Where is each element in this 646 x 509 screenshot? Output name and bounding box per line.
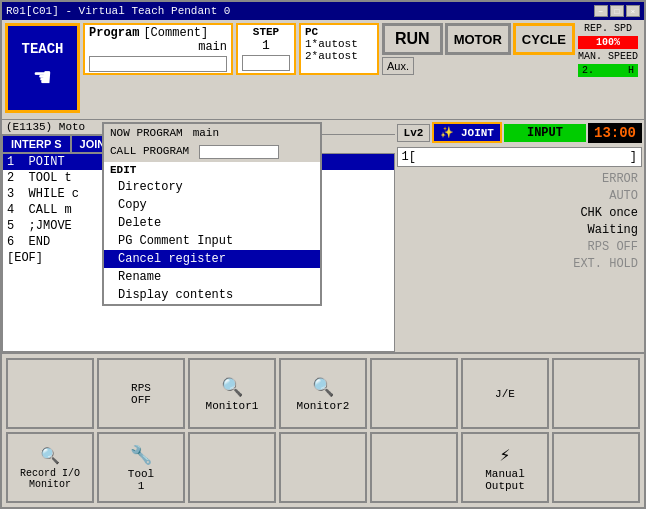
- program-label: Program: [89, 26, 139, 40]
- motor-button[interactable]: MOTOR: [445, 23, 511, 55]
- monitor2-label: Monitor2: [297, 400, 350, 412]
- minimize-button[interactable]: −: [594, 5, 608, 17]
- man-speed-value: 2.: [582, 65, 594, 76]
- rmс-top-row: RUN MOTOR CYCLE: [382, 23, 575, 55]
- off-label: OFF: [131, 394, 151, 406]
- status-labels: ERROR AUTO CHK once Waiting RPS OFF: [395, 169, 644, 274]
- maximize-button[interactable]: □: [610, 5, 624, 17]
- hand-icon: ☚: [34, 61, 51, 95]
- rep-spd-label: REP. SPD: [578, 23, 638, 34]
- comment-label: [Comment]: [143, 26, 208, 40]
- input-field-value: 1[: [402, 150, 416, 164]
- monitor1-icon: 🔍: [221, 376, 243, 398]
- auto-label: AUTO: [607, 188, 640, 204]
- ctx-directory[interactable]: Directory: [104, 178, 320, 196]
- title-text: R01[C01] - Virtual Teach Pendant 0: [6, 5, 230, 17]
- ext-hold-row: EXT. HOLD: [399, 256, 640, 272]
- waiting-label: Waiting: [586, 222, 640, 238]
- empty-btn-6: [370, 432, 458, 503]
- ctx-pg-comment[interactable]: PG Comment Input: [104, 232, 320, 250]
- interp-button[interactable]: INTERP S: [2, 135, 71, 153]
- status-text: (E1135) Moto: [6, 121, 85, 133]
- speed-panel: REP. SPD 100% MAN. SPEED 2. H: [578, 23, 638, 116]
- run-button[interactable]: RUN: [382, 23, 443, 55]
- context-menu-header: NOW PROGRAM main: [104, 124, 320, 142]
- empty-btn-7: [552, 432, 640, 503]
- monitor1-label: Monitor1: [206, 400, 259, 412]
- middle-section: (E1135) Moto INTERP S JOINT 1 POINT 2 TO…: [2, 120, 644, 352]
- joint-logo-label: ✨ JOINT: [440, 127, 494, 139]
- ctx-cancel-register[interactable]: Cancel register: [104, 250, 320, 268]
- tool1-icon: 🔧: [130, 444, 152, 466]
- joint-icon-container: ✨ JOINT: [432, 122, 502, 143]
- empty-btn-1: [6, 358, 94, 429]
- error-row: ERROR: [399, 171, 640, 187]
- record-io-label: Record I/OMonitor: [20, 468, 80, 490]
- speed-value: 100%: [578, 36, 638, 49]
- step-bottom[interactable]: [242, 55, 290, 71]
- ext-hold-label: EXT. HOLD: [571, 256, 640, 272]
- ctx-rename[interactable]: Rename: [104, 268, 320, 286]
- run-motor-cycle: RUN MOTOR CYCLE Aux.: [382, 23, 575, 116]
- man-speed-h: H: [628, 65, 634, 76]
- context-menu-call-header: CALL PROGRAM: [104, 142, 320, 162]
- pc-box: PC 1*autost 2*autost: [299, 23, 379, 75]
- empty-btn-3: [552, 358, 640, 429]
- ctx-now-program-value: main: [193, 127, 219, 139]
- input-label: INPUT: [504, 124, 586, 142]
- tool1-button[interactable]: 🔧 Tool1: [97, 432, 185, 503]
- ctx-call-program-input[interactable]: [199, 145, 279, 159]
- program-value: main: [89, 40, 227, 54]
- record-io-button[interactable]: 🔍 Record I/OMonitor: [6, 432, 94, 503]
- program-header: Program [Comment]: [89, 26, 227, 40]
- rps-off-button[interactable]: RPS OFF: [97, 358, 185, 429]
- right-side: Lv2 ✨ JOINT INPUT 13:00 1[ ]: [395, 120, 644, 352]
- ctx-delete[interactable]: Delete: [104, 214, 320, 232]
- time-display: 13:00: [588, 123, 642, 143]
- manual-output-icon: ⚡: [500, 444, 511, 466]
- error-label: ERROR: [600, 171, 640, 187]
- empty-btn-4: [188, 432, 276, 503]
- title-bar: R01[C01] - Virtual Teach Pendant 0 − □ ×: [2, 2, 644, 20]
- empty-btn-5: [279, 432, 367, 503]
- manual-output-button[interactable]: ⚡ ManualOutput: [461, 432, 549, 503]
- title-bar-buttons: − □ ×: [594, 5, 640, 17]
- tool1-label: Tool1: [128, 468, 154, 492]
- program-bottom[interactable]: [89, 56, 227, 72]
- joint-input-bar: Lv2 ✨ JOINT INPUT 13:00: [395, 120, 644, 145]
- program-step-pc-area: Program [Comment] main STEP 1 PC: [83, 23, 379, 116]
- rps-off-label: RPS OFF: [586, 239, 640, 255]
- auto-row: AUTO: [399, 188, 640, 204]
- waiting-row: Waiting: [399, 222, 640, 238]
- bottom-panel: RPS OFF 🔍 Monitor1 🔍 Monitor2 J/E 🔍 Reco…: [2, 352, 644, 507]
- monitor2-button[interactable]: 🔍 Monitor2: [279, 358, 367, 429]
- input-field-right: ]: [630, 150, 637, 164]
- main-container: TEACH ☚ Program [Comment] main: [2, 20, 644, 507]
- step-box: STEP 1: [236, 23, 296, 75]
- context-menu: NOW PROGRAM main CALL PROGRAM EDIT Direc…: [102, 122, 322, 306]
- manual-output-label: ManualOutput: [485, 468, 525, 492]
- monitor1-button[interactable]: 🔍 Monitor1: [188, 358, 276, 429]
- ctx-edit-label: EDIT: [104, 162, 320, 178]
- je-button[interactable]: J/E: [461, 358, 549, 429]
- teach-button[interactable]: TEACH ☚: [5, 23, 80, 113]
- cycle-button[interactable]: CYCLE: [513, 23, 575, 55]
- ctx-call-program-label: CALL PROGRAM: [110, 145, 189, 159]
- main-window: R01[C01] - Virtual Teach Pendant 0 − □ ×…: [0, 0, 646, 509]
- pc-label: PC: [305, 26, 373, 38]
- pc-value1: 1*autost: [305, 38, 373, 50]
- man-speed-label: MAN. SPEED: [578, 51, 638, 62]
- ctx-copy[interactable]: Copy: [104, 196, 320, 214]
- lv2-badge: Lv2: [397, 124, 431, 142]
- step-value: 1: [242, 38, 290, 53]
- rps-label: RPS: [131, 382, 151, 394]
- input-field[interactable]: 1[ ]: [397, 147, 642, 167]
- rps-off-row: RPS OFF: [399, 239, 640, 255]
- aux-row: Aux.: [382, 57, 575, 75]
- aux-button[interactable]: Aux.: [382, 57, 414, 75]
- ctx-display-contents[interactable]: Display contents: [104, 286, 320, 304]
- close-button[interactable]: ×: [626, 5, 640, 17]
- man-speed-bar: 2. H: [578, 64, 638, 77]
- joint-logo[interactable]: ✨ JOINT: [432, 122, 502, 143]
- je-label: J/E: [495, 388, 515, 400]
